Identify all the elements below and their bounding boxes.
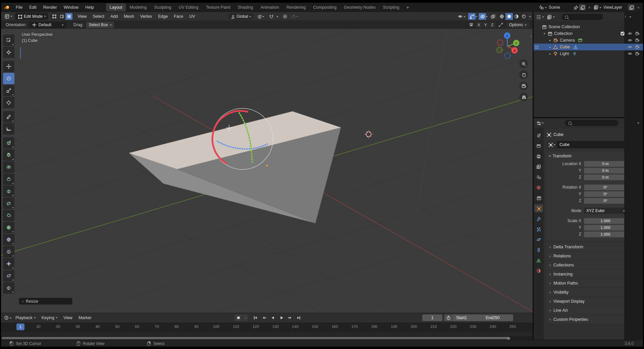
properties-tab-object[interactable]: [534, 204, 543, 212]
shading-material-button[interactable]: [513, 13, 520, 20]
outliner-editor-dropdown[interactable]: ▾: [535, 14, 544, 20]
options-dropdown[interactable]: Options▾: [506, 22, 529, 28]
tool-cursor[interactable]: [3, 47, 14, 58]
light-data-icon[interactable]: [572, 51, 577, 56]
playhead[interactable]: 1: [16, 323, 24, 330]
render-visibility-icon[interactable]: [634, 31, 641, 36]
next-keyframe-button[interactable]: [286, 314, 294, 321]
unlink-scene-button[interactable]: ×: [587, 5, 592, 10]
properties-tab-output[interactable]: [534, 152, 543, 160]
mesh-object-icon[interactable]: [552, 45, 558, 49]
viewport-3d[interactable]: User Perspective (1) Cube Z Y X ‹ › Resi…: [1, 29, 533, 313]
properties-tab-particles[interactable]: [534, 225, 543, 233]
hide-viewport-icon[interactable]: [626, 51, 634, 56]
new-viewlayer-button[interactable]: [628, 4, 635, 10]
prev-keyframe-button[interactable]: [260, 314, 268, 321]
viewport-menu-select[interactable]: Select: [90, 12, 107, 21]
outliner-row-camera[interactable]: ▸Camera: [534, 37, 643, 44]
viewport-menu-edge[interactable]: Edge: [155, 12, 171, 21]
viewport-menu-view[interactable]: View: [74, 12, 90, 21]
proportional-falloff-dropdown[interactable]: ▾: [291, 13, 299, 20]
properties-tab-material[interactable]: [534, 267, 543, 275]
tool-transform[interactable]: [3, 97, 14, 108]
tab-rendering[interactable]: Rendering: [283, 3, 310, 11]
scene-datablock-icon[interactable]: [539, 5, 544, 10]
viewlayer-icon[interactable]: [593, 5, 599, 10]
chevron-down-icon[interactable]: ▾: [599, 6, 601, 9]
select-mode-vertex[interactable]: [51, 13, 58, 20]
properties-tab-collection[interactable]: [534, 194, 543, 202]
remove-viewlayer-button[interactable]: ×: [636, 5, 641, 10]
timeline-collapse-arrow[interactable]: ‹: [625, 14, 626, 19]
show-object-types-dropdown[interactable]: ▾: [456, 13, 467, 20]
menu-help[interactable]: Help: [82, 3, 97, 12]
operator-panel-resize[interactable]: › Resize: [19, 298, 72, 305]
pin-icon[interactable]: [573, 5, 578, 10]
scale-z-field[interactable]: 1.000: [584, 232, 627, 237]
transform-orientation-dropdown[interactable]: Global ▾: [228, 13, 254, 20]
outliner-row-light[interactable]: ▸Light: [534, 50, 643, 57]
tool-edge-slide[interactable]: [3, 246, 14, 257]
tool-spin[interactable]: [3, 222, 14, 233]
tool-extrude-region[interactable]: [3, 149, 14, 161]
viewlayer-name[interactable]: ViewLayer: [602, 5, 627, 10]
rotation-z-field[interactable]: 0°: [584, 198, 627, 204]
scale-y-field[interactable]: 1.000: [584, 225, 627, 231]
timeline-menu-keying[interactable]: Keying▾: [39, 313, 60, 322]
tool-inset-faces[interactable]: [3, 161, 14, 173]
mirror-icon[interactable]: [469, 22, 474, 27]
timeline-menu-playback[interactable]: Playback▾: [12, 313, 39, 322]
viewlayer-selector[interactable]: ▾ ViewLayer ×: [593, 4, 641, 10]
camera-view-button[interactable]: [519, 82, 528, 90]
tool-knife[interactable]: [3, 198, 14, 209]
chevron-down-icon[interactable]: ▾: [545, 6, 547, 9]
add-workspace-button[interactable]: +: [403, 5, 412, 10]
tool-poly-build[interactable]: [3, 210, 14, 221]
mode-dropdown[interactable]: Edit Mode ▾: [15, 13, 48, 20]
scene-name[interactable]: Scene: [547, 5, 572, 10]
exclude-checkbox[interactable]: [619, 31, 626, 36]
tool-measure[interactable]: [3, 123, 14, 135]
orientation-select[interactable]: Default ▾: [29, 22, 66, 28]
shading-rendered-button[interactable]: [520, 13, 528, 20]
tool-loop-cut[interactable]: [3, 186, 14, 197]
outliner-display-mode-dropdown[interactable]: ▾: [546, 14, 555, 20]
mirror-axis-y[interactable]: Y: [483, 22, 489, 28]
jump-to-start-button[interactable]: [251, 314, 259, 321]
collection-icon[interactable]: [547, 31, 553, 36]
outliner-search-input[interactable]: [561, 14, 603, 20]
gizmo-dropdown[interactable]: ▾: [475, 15, 477, 18]
tab-texture-paint[interactable]: Texture Paint: [202, 3, 234, 11]
properties-tab-render[interactable]: [534, 142, 543, 150]
tool-bevel[interactable]: [3, 173, 14, 185]
render-visibility-icon[interactable]: [634, 38, 641, 43]
mirror-axis-z[interactable]: Z: [489, 22, 495, 28]
tool-rip-region[interactable]: [3, 282, 14, 294]
expand-arrow[interactable]: ▸: [548, 45, 552, 49]
expand-arrow[interactable]: ▸: [548, 52, 552, 55]
show-gizmo-toggle[interactable]: [468, 13, 476, 20]
zoom-button[interactable]: [519, 59, 528, 68]
rotation-y-field[interactable]: 0°: [584, 191, 627, 197]
pan-button[interactable]: [519, 70, 528, 79]
properties-tab-modifiers[interactable]: [534, 215, 543, 223]
tool-annotate[interactable]: [3, 111, 14, 122]
editor-type-dropdown[interactable]: ▾: [3, 13, 13, 20]
shading-wireframe-button[interactable]: [498, 13, 505, 20]
render-visibility-icon[interactable]: [634, 45, 641, 49]
tab-uv-editing[interactable]: UV Editing: [175, 3, 202, 11]
collection-icon[interactable]: [541, 24, 547, 29]
render-visibility-icon[interactable]: [634, 51, 641, 56]
current-frame-field[interactable]: 1: [422, 314, 442, 321]
shading-dropdown[interactable]: ▾: [529, 15, 531, 18]
properties-tab-object-data[interactable]: [534, 256, 543, 264]
viewport-menu-uv[interactable]: UV: [186, 12, 198, 21]
shading-solid-button[interactable]: [505, 13, 513, 20]
sidebar-collapse-arrow[interactable]: ‹: [531, 34, 532, 39]
timeline-ruler[interactable]: 1 10203040506070809010011012013014015016…: [1, 322, 533, 331]
properties-editor-dropdown[interactable]: ▾: [536, 120, 544, 127]
tool-scale[interactable]: [3, 85, 14, 96]
auto-key-record-button[interactable]: [234, 314, 243, 321]
location-x-field[interactable]: 0 m: [584, 161, 627, 167]
properties-search-input[interactable]: [565, 120, 619, 126]
